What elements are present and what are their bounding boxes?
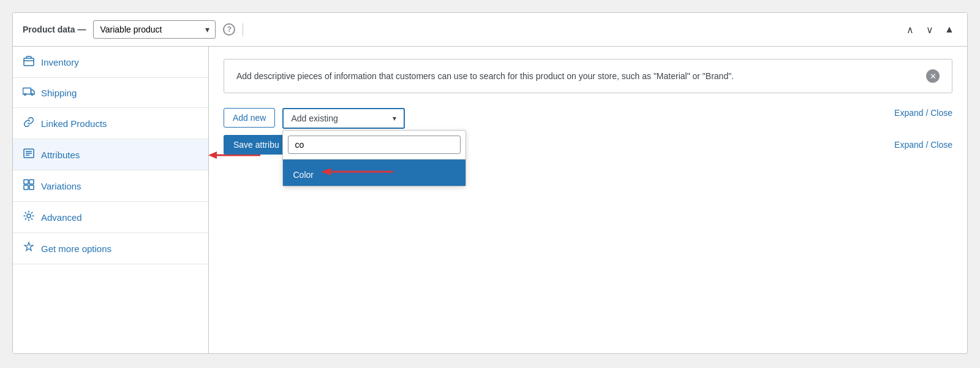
advanced-icon (23, 210, 35, 224)
product-type-select[interactable]: Variable product Simple product Grouped … (93, 20, 216, 39)
collapse-up-button[interactable]: ∧ (902, 21, 918, 37)
expand-close-link-1[interactable]: Expand / Close (894, 108, 952, 118)
header-divider (243, 23, 243, 36)
sidebar: Inventory Shipping (13, 47, 209, 353)
add-new-button[interactable]: Add new (224, 108, 275, 128)
attributes-first-row: Add new Add existing ▾ (224, 108, 952, 129)
save-attributes-button[interactable]: Save attribu (224, 135, 289, 155)
sidebar-item-inventory[interactable]: Inventory (13, 47, 208, 78)
header-actions: ∧ ∨ ▲ (902, 21, 957, 37)
info-box: Add descriptive pieces of information th… (224, 59, 952, 93)
main-panel: Add descriptive pieces of information th… (209, 47, 967, 353)
attributes-icon (23, 148, 35, 161)
add-existing-dropdown-menu: Color (282, 130, 466, 186)
svg-rect-13 (24, 185, 28, 190)
svg-rect-11 (24, 180, 28, 184)
dropdown-chevron-icon: ▾ (393, 114, 396, 123)
svg-rect-14 (29, 185, 34, 190)
svg-point-15 (27, 214, 31, 218)
svg-rect-12 (29, 180, 34, 184)
product-data-header: Product data — Variable product Simple p… (13, 13, 967, 47)
sidebar-item-shipping[interactable]: Shipping (13, 78, 208, 108)
info-close-button[interactable]: ✕ (926, 69, 940, 83)
variations-label: Variations (41, 181, 81, 191)
info-box-text: Add descriptive pieces of information th… (236, 69, 734, 83)
variations-icon (23, 179, 35, 193)
add-existing-label: Add existing (291, 113, 337, 123)
svg-rect-2 (23, 88, 31, 94)
get-more-options-icon (23, 242, 35, 255)
shipping-icon (23, 86, 35, 99)
add-existing-dropdown-container: Add existing ▾ Color (282, 108, 405, 129)
help-icon[interactable]: ? (223, 23, 235, 36)
color-arrow-annotation (321, 166, 394, 178)
svg-marker-17 (321, 168, 331, 175)
advanced-label: Advanced (41, 212, 82, 223)
attributes-label: Attributes (41, 150, 80, 160)
linked-products-icon (23, 117, 35, 130)
shipping-label: Shipping (41, 88, 77, 98)
inventory-icon (23, 55, 35, 69)
sidebar-item-attributes-row: Attributes (13, 139, 208, 171)
add-existing-button[interactable]: Add existing ▾ (282, 108, 405, 129)
svg-rect-0 (24, 58, 34, 66)
sidebar-item-variations[interactable]: Variations (13, 171, 208, 202)
expand-close-link-2[interactable]: Expand / Close (894, 140, 952, 150)
get-more-options-label: Get more options (41, 243, 111, 254)
dropdown-option-color[interactable]: Color (283, 159, 466, 186)
linked-products-label: Linked Products (41, 118, 107, 129)
expand-button[interactable]: ▲ (941, 21, 957, 37)
dropdown-search-wrapper (283, 131, 466, 159)
sidebar-item-get-more-options[interactable]: Get more options (13, 233, 208, 264)
product-data-body: Inventory Shipping (13, 47, 967, 353)
sidebar-item-advanced[interactable]: Advanced (13, 202, 208, 233)
attr-left-controls: Add new Add existing ▾ (224, 108, 405, 129)
sidebar-item-linked-products[interactable]: Linked Products (13, 108, 208, 139)
product-data-title: Product data — (23, 25, 86, 34)
product-data-container: Product data — Variable product Simple p… (12, 12, 968, 354)
sidebar-item-attributes[interactable]: Attributes (13, 139, 208, 171)
collapse-down-button[interactable]: ∨ (922, 21, 938, 37)
product-type-select-wrapper[interactable]: Variable product Simple product Grouped … (93, 20, 216, 39)
inventory-label: Inventory (41, 57, 79, 67)
dropdown-search-input[interactable] (288, 136, 461, 154)
